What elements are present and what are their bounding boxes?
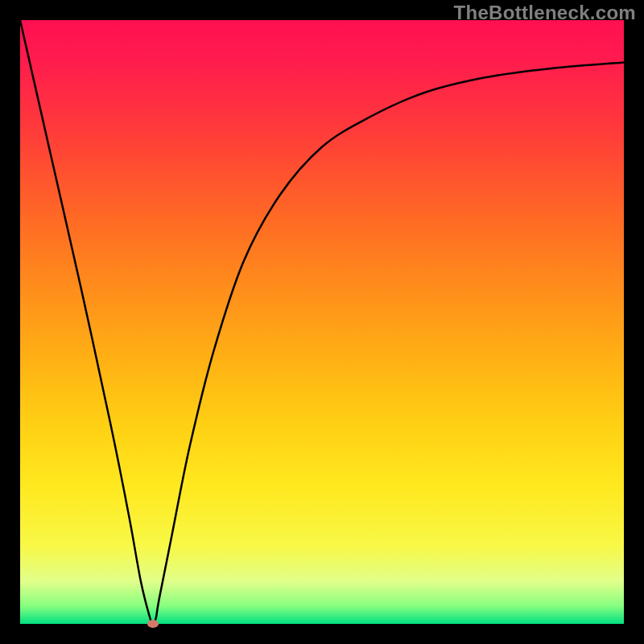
bottleneck-curve	[20, 20, 624, 624]
optimal-marker	[147, 620, 159, 628]
watermark: TheBottleneck.com	[454, 2, 636, 24]
chart-container: TheBottleneck.com	[0, 0, 644, 644]
plot-area	[20, 20, 624, 624]
